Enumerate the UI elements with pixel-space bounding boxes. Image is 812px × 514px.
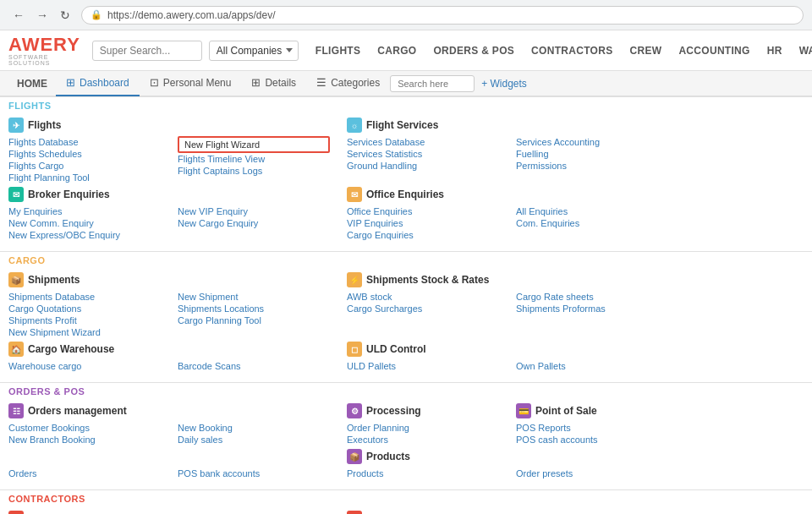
nav-accounting[interactable]: ACCOUNTING	[670, 30, 758, 71]
flights-cargo-link[interactable]: Flights Cargo	[8, 160, 161, 172]
new-vip-enquiry-link[interactable]: New VIP Enquiry	[178, 205, 330, 217]
cargo-quotations-link[interactable]: Cargo Quotations	[8, 303, 161, 314]
clients-title: 👤 Clients	[8, 511, 161, 514]
flight-services-title2	[516, 118, 668, 133]
reload-button[interactable]: ↻	[56, 7, 74, 24]
cargo-surcharges-link[interactable]: Cargo Surcharges	[347, 303, 499, 314]
uld-control-group: ◻ ULD Control ULD Pallets	[347, 342, 499, 372]
nav-orders[interactable]: ORDERS & POS	[425, 30, 523, 71]
awb-stock-link[interactable]: AWB stock	[347, 291, 499, 303]
pos-cash-link[interactable]: POS cash accounts	[516, 434, 668, 446]
executors-link[interactable]: Executors	[347, 434, 499, 446]
products-title: 📦 Products	[347, 449, 499, 464]
uld-control-group2: Own Pallets	[516, 342, 668, 372]
nav-hr[interactable]: HR	[759, 30, 791, 71]
office-enquiries-link[interactable]: Office Enquiries	[347, 205, 499, 217]
services-accounting-link[interactable]: Services Accounting	[516, 136, 668, 148]
customer-bookings-link[interactable]: Customer Bookings	[8, 422, 161, 434]
nav-contractors[interactable]: CONTRACTORS	[523, 30, 621, 71]
own-pallets-link[interactable]: Own Pallets	[516, 360, 668, 372]
shipments-proformas-link[interactable]: Shipments Proformas	[516, 303, 668, 314]
shipments-locations-link[interactable]: Shipments Locations	[178, 303, 330, 314]
nav-cargo[interactable]: CARGO	[369, 30, 425, 71]
flights-timeline-link[interactable]: Flights Timeline View	[178, 153, 330, 165]
new-booking-link[interactable]: New Booking	[178, 422, 330, 434]
flight-planning-link[interactable]: Flight Planning Tool	[8, 172, 161, 183]
cargo-planning-link[interactable]: Cargo Planning Tool	[178, 314, 330, 326]
processing-title: ⚙ Processing	[347, 403, 499, 418]
pos-group3: POS bank accounts	[178, 449, 330, 479]
services-statistics-link[interactable]: Services Statistics	[347, 148, 499, 160]
tab-personal-label: Personal Menu	[163, 77, 232, 89]
products-group2: Order presets	[516, 449, 668, 479]
personal-menu-icon: ⊡	[150, 76, 159, 89]
address-bar[interactable]: 🔒 https://demo.awery.com.ua/apps/dev/	[81, 6, 804, 25]
cargo-rate-sheets-link[interactable]: Cargo Rate sheets	[516, 291, 668, 303]
vip-enquiries-link[interactable]: VIP Enquiries	[347, 217, 499, 229]
products-title2	[516, 449, 668, 464]
flight-captains-logs-link[interactable]: Flight Captains Logs	[178, 165, 330, 177]
new-branch-booking-link[interactable]: New Branch Booking	[8, 434, 161, 446]
stock-icon: ⚡	[347, 272, 362, 287]
broker-enquiries-title2	[178, 187, 330, 202]
cargo-enquiries-link[interactable]: Cargo Enquiries	[347, 229, 499, 241]
contractors-section: 👤 Clients Customers Office Customers Cus…	[0, 507, 812, 514]
products-link[interactable]: Products	[347, 468, 499, 479]
order-presets-link[interactable]: Order presets	[516, 468, 668, 479]
forward-button[interactable]: →	[32, 7, 52, 24]
pos-group2: Orders	[8, 449, 161, 479]
super-search-input[interactable]	[92, 41, 202, 61]
shipments-profit-link[interactable]: Shipments Profit	[8, 314, 161, 326]
flights-wizard-title	[178, 118, 330, 133]
fuelling-link[interactable]: Fuelling	[516, 148, 668, 160]
company-select[interactable]: All Companies	[209, 41, 299, 61]
back-button[interactable]: ←	[8, 7, 29, 24]
nav-crew[interactable]: CREW	[622, 30, 671, 71]
orders-section-label: ORDERS & POS	[8, 386, 85, 396]
main-content: FLIGHTS ✈ Flights Flights Database Fligh…	[0, 96, 812, 514]
orders-link[interactable]: Orders	[8, 468, 161, 479]
new-cargo-enquiry-link[interactable]: New Cargo Enquiry	[178, 217, 330, 229]
tab-details-label: Details	[265, 77, 296, 89]
flights-wizard-group: New Flight Wizard Flights Timeline View …	[178, 118, 330, 183]
shipments-icon: 📦	[8, 272, 24, 287]
shipments-database-link[interactable]: Shipments Database	[8, 291, 161, 303]
tab-dashboard[interactable]: ⊞ Dashboard	[56, 71, 140, 96]
section-header-flights: FLIGHTS	[0, 96, 812, 114]
pos-reports-link[interactable]: POS Reports	[516, 422, 668, 434]
categories-search[interactable]	[390, 75, 475, 92]
flights-schedules-link[interactable]: Flights Schedules	[8, 148, 161, 160]
warehouse-cargo-link[interactable]: Warehouse cargo	[8, 360, 161, 372]
tab-categories[interactable]: ☰ Categories	[306, 71, 390, 96]
new-flight-wizard-link[interactable]: New Flight Wizard	[178, 136, 330, 153]
logo-name: AWERY	[8, 36, 80, 54]
new-comm-enquiry-link[interactable]: New Comm. Enquiry	[8, 217, 161, 229]
com-enquiries-link[interactable]: Com. Enquiries	[516, 217, 668, 229]
all-enquiries-link[interactable]: All Enquiries	[516, 205, 668, 217]
order-planning-link[interactable]: Order Planning	[347, 422, 499, 434]
permissions-link[interactable]: Permissions	[516, 160, 668, 172]
shipments-group2: New Shipment Shipments Locations Cargo P…	[178, 272, 330, 338]
broker-enquiries-group2: New VIP Enquiry New Cargo Enquiry	[178, 187, 330, 241]
tab-details[interactable]: ⊞ Details	[241, 71, 306, 96]
new-shipment-wizard-link[interactable]: New Shipment Wizard	[8, 326, 161, 338]
browser-nav[interactable]: ← → ↻	[8, 7, 74, 24]
flights-group-title: ✈ Flights	[8, 118, 161, 133]
pos-bank-link[interactable]: POS bank accounts	[178, 468, 330, 479]
flights-database-link[interactable]: Flights Database	[8, 136, 161, 148]
nav-warehouse[interactable]: WAREHOUSE	[791, 30, 812, 71]
ground-handling-link[interactable]: Ground Handling	[347, 160, 499, 172]
tab-bar: ⊞ Dashboard ⊡ Personal Menu ⊞ Details ☰ …	[56, 71, 527, 96]
services-database-link[interactable]: Services Database	[347, 136, 499, 148]
barcode-scans-link[interactable]: Barcode Scans	[178, 360, 330, 372]
tab-personal-menu[interactable]: ⊡ Personal Menu	[140, 71, 242, 96]
office-enquiries-title: ✉ Office Enquiries	[347, 187, 499, 202]
daily-sales-link[interactable]: Daily sales	[178, 434, 330, 446]
new-express-link[interactable]: New Express/OBC Enquiry	[8, 229, 161, 241]
new-shipment-link[interactable]: New Shipment	[178, 291, 330, 303]
widgets-button[interactable]: + Widgets	[481, 78, 527, 90]
uld-pallets-link[interactable]: ULD Pallets	[347, 360, 499, 372]
my-enquiries-link[interactable]: My Enquiries	[8, 205, 161, 217]
nav-flights[interactable]: FLIGHTS	[307, 30, 369, 71]
office-enquiries-title2	[516, 187, 668, 202]
